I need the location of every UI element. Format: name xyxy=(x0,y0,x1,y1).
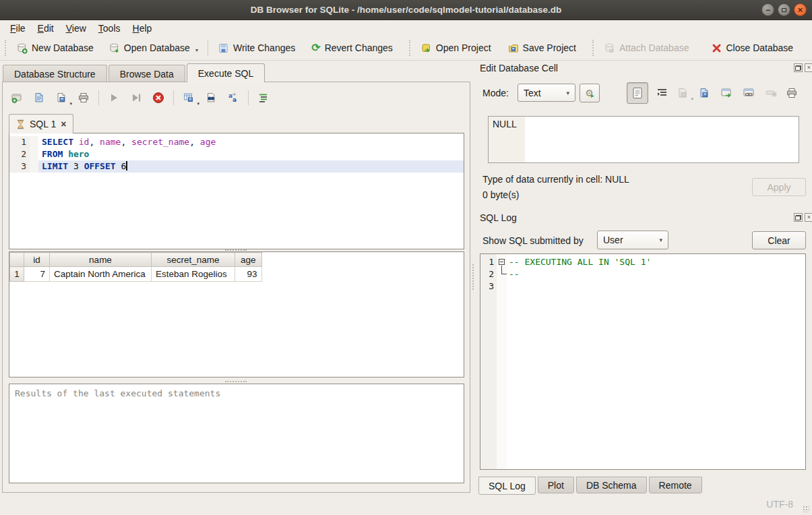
dock-tab-plot[interactable]: Plot xyxy=(538,477,574,493)
execute-all-button[interactable] xyxy=(105,89,123,107)
results-message-box[interactable]: Results of the last executed statements xyxy=(9,384,464,483)
cell-name[interactable]: Captain North America xyxy=(50,267,152,282)
minimize-button[interactable]: − xyxy=(761,3,774,16)
save-sql-file-button[interactable]: ▾ xyxy=(53,89,70,107)
write-changes-button[interactable]: Write Changes xyxy=(214,40,299,57)
find-button[interactable] xyxy=(202,89,220,107)
dock-tab-sql-log[interactable]: SQL Log xyxy=(478,477,536,495)
tab-execute-sql[interactable]: Execute SQL xyxy=(187,63,266,82)
toolbar-separator xyxy=(208,40,208,56)
toolbar-drag-handle[interactable] xyxy=(592,40,595,56)
column-header-secret-name[interactable]: secret_name xyxy=(152,253,235,267)
tab-database-structure[interactable]: Database Structure xyxy=(3,65,107,82)
main-tabbar: Database Structure Browse Data Execute S… xyxy=(3,63,266,82)
corner-header[interactable] xyxy=(10,253,24,267)
splitter-handle[interactable] xyxy=(225,249,247,251)
print-button[interactable] xyxy=(75,89,92,107)
cell-age[interactable]: 93 xyxy=(235,267,262,282)
row-header[interactable]: 1 xyxy=(10,267,24,282)
table-row: 1 7 Captain North America Esteban Rogeli… xyxy=(10,267,262,282)
open-database-dropdown-icon[interactable]: ▾ xyxy=(195,47,198,53)
tab-browse-data[interactable]: Browse Data xyxy=(108,65,185,82)
dock-tab-remote[interactable]: Remote xyxy=(649,477,702,493)
write-changes-label: Write Changes xyxy=(233,42,295,53)
revert-changes-button[interactable]: ⟳ Revert Changes xyxy=(307,40,397,56)
new-sql-tab-button[interactable] xyxy=(8,89,26,107)
edit-cell-dock-buttons: × xyxy=(794,63,812,72)
log-line-number: 3 xyxy=(480,281,494,291)
close-button[interactable]: × xyxy=(794,3,807,16)
log-line-number: 1 xyxy=(480,257,494,267)
panel-splitter-handle[interactable] xyxy=(472,264,474,290)
menu-help[interactable]: Help xyxy=(127,22,158,34)
save-results-dropdown-icon[interactable]: ▾ xyxy=(197,101,199,107)
maximize-button[interactable] xyxy=(778,3,790,16)
menu-view[interactable]: View xyxy=(60,22,92,34)
status-bar: UTF-8 xyxy=(0,495,812,515)
menu-edit[interactable]: Edit xyxy=(32,22,60,34)
sql-editor-tab[interactable]: SQL 1 × xyxy=(9,114,73,133)
clear-log-button[interactable]: Clear xyxy=(752,231,806,249)
auto-switch-mode-button[interactable]: ⚙ ▸ xyxy=(580,84,600,102)
menubar: File Edit View Tools Help xyxy=(0,21,812,36)
dock-tab-db-schema[interactable]: DB Schema xyxy=(576,477,647,493)
open-database-button[interactable]: Open Database ▾ xyxy=(104,40,202,57)
word-wrap-icon xyxy=(656,87,668,99)
column-header-id[interactable]: id xyxy=(24,253,50,267)
attach-database-label: Attach Database xyxy=(619,42,689,53)
open-project-button[interactable]: Open Project xyxy=(416,40,495,57)
autocomplete-button[interactable]: a a xyxy=(224,89,242,107)
float-panel-button[interactable] xyxy=(794,63,803,72)
toolbar-drag-handle[interactable] xyxy=(5,40,7,56)
new-database-button[interactable]: New Database xyxy=(12,40,98,57)
splitter-handle[interactable] xyxy=(225,381,247,382)
set-null-button xyxy=(762,84,780,102)
open-project-label: Open Project xyxy=(436,42,491,53)
word-wrap-button[interactable] xyxy=(654,84,671,102)
close-panel-button[interactable]: × xyxy=(805,213,812,222)
column-header-name[interactable]: name xyxy=(50,253,152,267)
cell-edit-area[interactable] xyxy=(525,117,799,162)
sql-editor[interactable]: 1 SELECT id, name, secret_name, age 2 FR… xyxy=(9,133,464,249)
save-project-icon xyxy=(507,42,519,54)
sql-toolbar-separator xyxy=(98,90,99,105)
close-panel-button[interactable]: × xyxy=(805,63,812,72)
float-panel-button[interactable] xyxy=(794,213,803,222)
close-database-label: Close Database xyxy=(726,42,793,53)
stop-button[interactable] xyxy=(150,89,167,107)
open-database-label: Open Database xyxy=(124,42,190,53)
editor-line: 2 FROM hero xyxy=(9,148,464,160)
format-sql-button[interactable] xyxy=(255,89,272,107)
main-toolbar: New Database Open Database ▾ Write Chang… xyxy=(0,36,812,61)
open-external-button[interactable] xyxy=(718,84,735,102)
fold-margin xyxy=(30,136,38,148)
close-database-button[interactable]: Close Database xyxy=(708,40,797,56)
print-cell-button[interactable] xyxy=(783,84,801,102)
column-header-age[interactable]: age xyxy=(235,253,262,267)
copy-link-button[interactable] xyxy=(740,84,757,102)
cell-secret-name[interactable]: Esteban Rogelios xyxy=(152,267,235,282)
fold-collapse-icon[interactable] xyxy=(499,259,505,265)
toolbar-drag-handle[interactable] xyxy=(409,40,412,56)
resize-grip[interactable] xyxy=(803,506,809,512)
text-mode-button[interactable] xyxy=(627,82,648,104)
cell-value-editor[interactable]: NULL xyxy=(488,116,799,163)
execute-line-button[interactable] xyxy=(127,89,145,107)
export-data-button[interactable] xyxy=(695,84,713,102)
close-icon: × xyxy=(798,5,803,15)
sql-log-view[interactable]: 1 2 3 -- EXECUTING ALL IN 'SQL 1' -- xyxy=(480,253,806,470)
mode-select[interactable]: Text ▾ xyxy=(518,84,575,102)
revert-changes-label: Revert Changes xyxy=(325,42,393,53)
svg-text:a: a xyxy=(232,96,237,103)
save-project-button[interactable]: Save Project xyxy=(503,40,580,57)
menu-file[interactable]: File xyxy=(4,22,32,34)
open-sql-file-button[interactable] xyxy=(30,89,48,107)
save-dropdown-icon[interactable]: ▾ xyxy=(69,101,72,107)
menu-tools[interactable]: Tools xyxy=(92,22,127,34)
set-null-icon xyxy=(765,87,778,99)
log-filter-select[interactable]: User ▾ xyxy=(597,231,668,249)
save-results-button[interactable]: ▾ xyxy=(180,89,197,107)
cell-id[interactable]: 7 xyxy=(24,267,50,282)
save-file-icon xyxy=(55,92,67,104)
sql-tab-close-icon[interactable]: × xyxy=(61,119,66,129)
